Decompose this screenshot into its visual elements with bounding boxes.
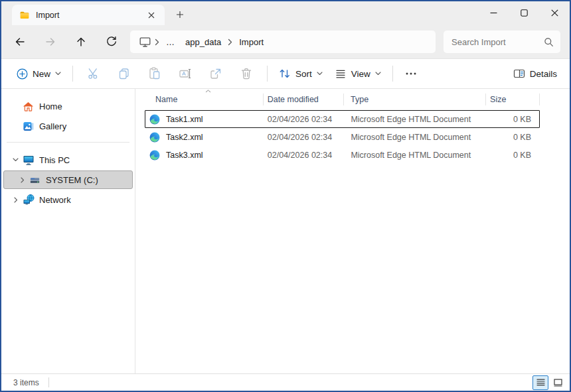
chevron-down-icon[interactable]: [9, 158, 22, 162]
sidebar-item-label: Network: [39, 195, 71, 205]
toolbar-separator: [267, 66, 268, 82]
back-button[interactable]: [8, 31, 32, 53]
details-view-toggle[interactable]: [532, 375, 548, 390]
details-pane-icon: [513, 68, 525, 80]
search-box[interactable]: [444, 31, 560, 53]
file-type: Microsoft Edge HTML Document: [344, 133, 486, 142]
home-icon: [22, 101, 35, 112]
refresh-button[interactable]: [100, 31, 123, 53]
sort-button-label: Sort: [295, 69, 312, 79]
file-type: Microsoft Edge HTML Document: [344, 115, 486, 124]
forward-button[interactable]: [39, 31, 62, 53]
sidebar-item-home[interactable]: Home: [3, 97, 133, 115]
cut-icon: [87, 67, 100, 80]
maximize-button[interactable]: [509, 1, 539, 24]
search-input[interactable]: [451, 37, 544, 47]
status-bar: 3 items: [1, 373, 570, 391]
sidebar-item-network[interactable]: Network: [3, 190, 133, 209]
edge-file-icon: [149, 132, 160, 143]
up-button[interactable]: [69, 31, 93, 53]
file-name: Task2.xml: [166, 133, 203, 142]
navigation-bar: … app_data Import: [1, 25, 570, 58]
large-icons-view-icon: [554, 379, 562, 387]
file-size: 0 KB: [487, 151, 539, 160]
file-date-modified: 02/04/2026 02:34: [264, 133, 345, 142]
sidebar-separator: [7, 142, 129, 143]
sidebar-item-gallery[interactable]: Gallery: [3, 117, 133, 135]
column-header-type[interactable]: Type: [344, 92, 486, 107]
status-separator: [48, 377, 49, 387]
copy-button[interactable]: [110, 62, 139, 85]
details-view-icon: [536, 379, 545, 386]
explorer-tab[interactable]: Import: [12, 5, 165, 25]
chevron-right-icon[interactable]: [9, 197, 22, 203]
share-icon: [209, 67, 222, 80]
sidebar-item-system-c[interactable]: SYSTEM (C:): [3, 170, 133, 189]
paste-button[interactable]: [140, 62, 169, 85]
toolbar-separator: [392, 66, 393, 82]
column-headers: Name Date modified Type Size: [145, 92, 540, 107]
more-options-icon: [406, 72, 416, 75]
gallery-icon: [22, 121, 35, 132]
chevron-down-icon: [375, 72, 381, 76]
breadcrumb-ellipsis[interactable]: …: [161, 34, 180, 50]
new-plus-icon: [17, 68, 28, 80]
details-pane-button[interactable]: Details: [507, 62, 563, 85]
edge-file-icon: [149, 114, 160, 125]
file-explorer-window: Import: [0, 0, 571, 392]
drive-icon: [29, 174, 41, 186]
sort-ascending-icon: [205, 90, 211, 93]
file-row-task3[interactable]: Task3.xml 02/04/2026 02:34 Microsoft Edg…: [145, 146, 540, 164]
address-bar[interactable]: … app_data Import: [130, 31, 436, 53]
file-type: Microsoft Edge HTML Document: [344, 151, 486, 160]
paste-icon: [148, 67, 161, 80]
column-header-date-modified[interactable]: Date modified: [264, 92, 344, 107]
edge-file-icon: [149, 150, 160, 161]
sort-button[interactable]: Sort: [273, 62, 329, 85]
navigation-sidebar: Home Gallery This PC: [1, 89, 135, 373]
file-name: Task3.xml: [166, 151, 203, 160]
copy-icon: [118, 67, 131, 80]
view-icon: [335, 68, 347, 80]
chevron-right-icon[interactable]: [16, 177, 29, 183]
delete-button[interactable]: [232, 62, 261, 85]
this-pc-breadcrumb-icon[interactable]: [137, 36, 153, 48]
file-row-task1[interactable]: Task1.xml 02/04/2026 02:34 Microsoft Edg…: [145, 110, 540, 128]
network-icon: [22, 194, 35, 206]
view-button[interactable]: View: [329, 62, 387, 85]
new-button[interactable]: New: [11, 62, 67, 85]
toolbar-separator: [72, 66, 73, 82]
folder-icon: [19, 10, 30, 21]
close-button[interactable]: [539, 1, 570, 24]
more-options-button[interactable]: [399, 62, 423, 85]
file-row-task2[interactable]: Task2.xml 02/04/2026 02:34 Microsoft Edg…: [145, 128, 540, 146]
search-icon[interactable]: [544, 37, 554, 47]
share-button[interactable]: [201, 62, 230, 85]
this-pc-icon: [22, 154, 35, 166]
view-button-label: View: [351, 69, 370, 79]
sort-icon: [279, 68, 291, 80]
chevron-down-icon: [55, 72, 61, 76]
new-tab-button[interactable]: [170, 5, 190, 24]
rename-button[interactable]: [171, 62, 200, 85]
cut-button[interactable]: [79, 62, 108, 85]
tab-close-icon[interactable]: [143, 7, 159, 23]
large-icons-view-toggle[interactable]: [550, 375, 566, 390]
column-header-size[interactable]: Size: [486, 92, 540, 107]
file-name: Task1.xml: [166, 115, 203, 124]
delete-icon: [240, 67, 253, 80]
file-date-modified: 02/04/2026 02:34: [264, 115, 345, 124]
column-header-name[interactable]: Name: [145, 92, 264, 107]
file-size: 0 KB: [487, 133, 539, 142]
sidebar-item-label: Gallery: [39, 121, 66, 131]
sidebar-item-this-pc[interactable]: This PC: [3, 151, 133, 169]
file-list-area: Name Date modified Type Size Task1.xml 0…: [135, 89, 570, 373]
minimize-button[interactable]: [478, 1, 509, 24]
new-button-label: New: [33, 69, 50, 79]
breadcrumb-chevron-icon: [228, 38, 232, 46]
tab-title: Import: [36, 11, 143, 20]
breadcrumb-import[interactable]: Import: [234, 34, 269, 50]
file-date-modified: 02/04/2026 02:34: [264, 151, 345, 160]
sidebar-item-label: SYSTEM (C:): [46, 175, 98, 185]
breadcrumb-app-data[interactable]: app_data: [180, 34, 226, 50]
